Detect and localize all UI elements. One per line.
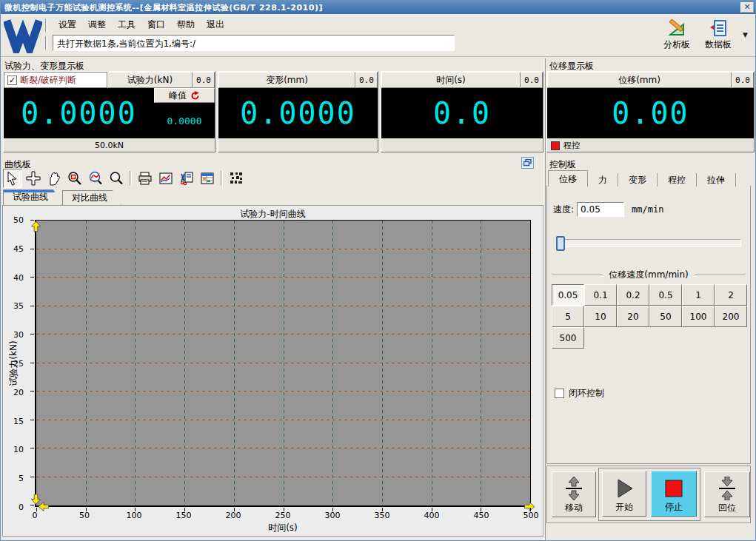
data-board-button[interactable]: 数据板	[700, 19, 737, 51]
divider	[45, 19, 47, 32]
time-small-value: 0.0	[521, 72, 543, 88]
tab-compare-curve[interactable]: 对比曲线	[62, 190, 121, 205]
menu-exit[interactable]: 退出	[201, 17, 230, 33]
curve-tab-strip: 试验曲线 对比曲线	[3, 189, 121, 205]
closed-loop-row: 闭环控制	[555, 387, 604, 400]
speed-slider-thumb[interactable]	[556, 236, 565, 251]
speed-preset-button[interactable]: 0.2	[617, 284, 649, 306]
speed-group-label: 位移速度(mm/min)	[603, 269, 694, 281]
tab-program[interactable]: 程控	[658, 173, 697, 187]
speed-preset-button[interactable]: 500	[552, 327, 584, 349]
deformation-bottom-bar	[218, 138, 378, 152]
stop-button[interactable]: 停止	[651, 471, 697, 517]
panel-divider	[543, 58, 546, 540]
divider	[695, 275, 746, 276]
force-panel: ✓ 断裂/破碎判断 试验力(kN) 0.0 0.0000 峰值 0.0000 5…	[3, 71, 215, 152]
zoom-region-button[interactable]	[65, 169, 84, 188]
start-button[interactable]: 开始	[602, 471, 646, 517]
speed-preset-button[interactable]: 200	[715, 306, 747, 327]
break-judge-checkbox-cell[interactable]: ✓ 断裂/破碎判断	[4, 72, 107, 88]
closed-loop-checkbox[interactable]	[555, 389, 564, 398]
menu-settings[interactable]: 设置	[53, 17, 82, 33]
curve-settings-button[interactable]	[156, 169, 175, 188]
menu-adjust[interactable]: 调整	[82, 17, 112, 33]
zoom-reset-button[interactable]	[107, 169, 126, 188]
undock-panel-button[interactable]	[521, 157, 534, 169]
speed-slider-track[interactable]	[556, 239, 741, 247]
control-tab-strip: 位移 力 变形 程控 拉伸	[548, 170, 736, 187]
speed-preset-button[interactable]: 0.1	[584, 284, 617, 306]
tab-tension[interactable]: 拉伸	[697, 173, 736, 187]
speed-preset-grid: 0.05 0.1 0.2 0.5 1 2 5 10 20 50 100 200 …	[552, 284, 747, 349]
data-status-field[interactable]: 共打开数据1条,当前位置为1,编号:/	[53, 35, 455, 51]
force-header-button[interactable]: 试验力(kN)	[107, 72, 193, 88]
displacement-header-button[interactable]: 位移(mm)	[547, 72, 732, 88]
speed-preset-button[interactable]: 100	[682, 306, 715, 327]
tab-force[interactable]: 力	[588, 173, 618, 187]
tab-test-curve[interactable]: 试验曲线	[3, 189, 62, 205]
force-range-label: 50.0kN	[4, 138, 215, 152]
speed-preset-button[interactable]: 0.5	[649, 284, 682, 306]
return-button[interactable]: 回位	[704, 471, 750, 517]
speed-preset-button[interactable]: 20	[617, 306, 649, 327]
time-value-display: 0.0	[381, 88, 543, 138]
crosshair-button[interactable]	[24, 169, 43, 188]
start-button-label: 开始	[615, 501, 633, 514]
data-table-icon	[200, 171, 215, 186]
axis-cursor-up-icon	[31, 221, 41, 232]
menu-window[interactable]: 窗口	[141, 17, 171, 33]
speed-preset-button[interactable]: 1	[682, 284, 715, 306]
data-table-button[interactable]	[198, 169, 217, 188]
curve-toolbar	[3, 167, 246, 189]
app-window: 微机控制电子万能试验机测控系统--[金属材料室温拉伸试验(GB/T 228.1-…	[0, 0, 756, 541]
speed-preset-button[interactable]: 0.05	[552, 284, 584, 306]
force-value-display: 0.0000	[4, 88, 154, 138]
move-button[interactable]: 移动	[552, 471, 596, 517]
displacement-panel: 位移(mm) 0.0 0.00 程控	[546, 71, 755, 152]
speed-preset-button[interactable]: 2	[715, 284, 747, 306]
tab-deformation[interactable]: 变形	[618, 173, 658, 187]
close-button[interactable]: ✕	[740, 2, 754, 13]
crosshair-icon	[26, 171, 41, 186]
zoom-curve-icon	[88, 171, 103, 186]
stop-square-icon	[663, 477, 685, 500]
app-logo-icon	[4, 16, 42, 53]
peak-value-display: 0.0000	[154, 103, 215, 138]
x-axis-label: 时间(s)	[35, 522, 531, 534]
time-bottom-bar	[381, 138, 543, 152]
speed-preset-button[interactable]: 10	[584, 306, 617, 327]
motion-button-box: 移动 开始 停止 回位	[546, 466, 751, 523]
copy-curve-button[interactable]	[177, 169, 196, 188]
time-panel: 时间(s) 0.0 0.0	[381, 71, 543, 152]
menu-tools[interactable]: 工具	[112, 17, 141, 33]
print-button[interactable]	[136, 169, 155, 188]
printer-icon	[138, 171, 153, 186]
break-judge-checkbox[interactable]: ✓	[7, 75, 17, 85]
menu-help[interactable]: 帮助	[171, 17, 201, 33]
program-control-indicator-icon	[551, 141, 560, 150]
time-header-button[interactable]: 时间(s)	[381, 72, 521, 88]
peak-header-button[interactable]: 峰值	[154, 88, 215, 103]
speed-preset-button[interactable]: 5	[552, 306, 584, 327]
pan-button[interactable]	[44, 169, 64, 188]
title-bar: 微机控制电子万能试验机测控系统--[金属材料室温拉伸试验(GB/T 228.1-…	[1, 1, 755, 14]
speed-preset-button[interactable]: 50	[649, 306, 682, 327]
header-bar: 设置 调整 工具 窗口 帮助 退出 共打开数据1条,当前位置为1,编号:/ 分析…	[1, 14, 755, 57]
analysis-board-button[interactable]: 分析板	[658, 19, 695, 51]
plot-area[interactable]	[35, 220, 531, 507]
x-axis-ticks: 050100150200250300350400450500	[35, 511, 531, 521]
program-control-label: 程控	[563, 140, 580, 151]
y-axis-label: 试验力(kN)	[7, 340, 20, 386]
select-cursor-button[interactable]	[3, 169, 22, 188]
zoom-curve-button[interactable]	[86, 169, 105, 188]
toolbar-more-dropdown-icon[interactable]: ▼	[743, 31, 748, 38]
break-judge-label: 断裂/破碎判断	[20, 74, 76, 87]
tab-displacement[interactable]: 位移	[548, 170, 588, 187]
deformation-header-button[interactable]: 变形(mm)	[218, 72, 355, 88]
data-board-icon	[709, 19, 728, 38]
speed-input[interactable]	[577, 202, 624, 217]
divider	[552, 275, 603, 276]
peak-reset-icon[interactable]	[190, 91, 200, 101]
closed-loop-label: 闭环控制	[569, 387, 604, 400]
barcode-button[interactable]	[227, 169, 246, 188]
